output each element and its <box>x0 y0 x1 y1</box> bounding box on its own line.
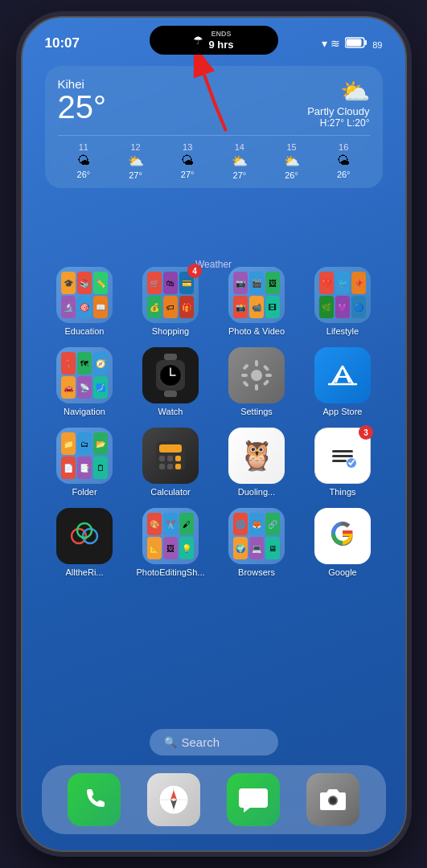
svg-rect-28 <box>175 456 181 461</box>
app-icon-google <box>314 508 371 564</box>
app-item-browsers[interactable]: 🌐 🦊 🔗 🌍 💻 🖥 Browsers <box>217 508 297 577</box>
svg-rect-30 <box>167 464 173 469</box>
app-label-browsers: Browsers <box>238 567 275 577</box>
app-label-shopping: Shopping <box>152 326 190 336</box>
app-label-navigation: Navigation <box>64 407 105 416</box>
app-icon-shopping: 4 🛒 🛍 💳 💰 🏷 🎁 <box>142 267 199 323</box>
svg-rect-18 <box>242 380 248 387</box>
phone-shell: 10:07 ▾ ≋ 89 ☂ ENDS 9 hrs <box>21 16 407 852</box>
svg-rect-12 <box>255 360 258 366</box>
app-icon-education: 🎓 📚 ✏️ 🔬 🎯 📖 <box>56 267 113 323</box>
svg-rect-2 <box>347 39 362 46</box>
svg-point-49 <box>330 797 336 804</box>
svg-rect-31 <box>175 464 181 469</box>
app-item-education[interactable]: 🎓 📚 ✏️ 🔬 🎯 📖 Education <box>45 267 125 336</box>
app-item-google[interactable]: Google <box>303 508 383 577</box>
app-icon-duolingo: 🦉 <box>228 428 285 484</box>
forecast-day-16: 16 🌤 26° <box>318 142 370 180</box>
svg-rect-33 <box>332 450 353 452</box>
dock-item-camera[interactable] <box>306 773 359 826</box>
dock-item-messages[interactable] <box>227 773 280 826</box>
forecast-day-13: 13 🌤 27° <box>162 142 214 180</box>
search-icon: 🔍 <box>164 736 177 748</box>
status-time: 10:07 <box>45 35 80 51</box>
weather-hilo: H:27° L:20° <box>307 117 369 129</box>
battery-icon: 89 <box>345 37 382 51</box>
app-item-folder[interactable]: 📁 🗂 📂 📄 📑 🗒 Folder <box>45 428 125 497</box>
svg-rect-1 <box>365 40 367 45</box>
svg-rect-34 <box>332 455 353 457</box>
search-text: Search <box>182 735 220 749</box>
app-icon-photo-editing: 🎨 ✂️ 🖌 📐 🖼 💡 <box>142 508 199 564</box>
app-label-education: Education <box>65 326 105 336</box>
forecast-day-14: 14 ⛅ 27° <box>214 142 266 180</box>
app-label-app-store: App Store <box>323 407 363 416</box>
app-label-lifestyle: Lifestyle <box>326 326 359 336</box>
app-icon-calculator <box>142 428 199 484</box>
svg-rect-19 <box>263 379 269 386</box>
app-label-watch: Watch <box>158 407 183 416</box>
app-label-settings: Settings <box>240 407 273 416</box>
svg-rect-4 <box>164 354 177 360</box>
svg-rect-13 <box>255 384 258 391</box>
app-label-folder: Folder <box>72 487 96 497</box>
app-item-duolingo[interactable]: 🦉 Duoling... <box>217 428 297 497</box>
app-icon-navigation: 📍 🗺 🧭 🚗 📡 🗾 <box>56 347 113 403</box>
wifi-icon: ▾ ≋ <box>322 37 340 50</box>
umbrella-icon: ☂ <box>193 34 203 47</box>
weather-widget[interactable]: Kihei 25° ⛅ Partly Cloudy H:27° L:20° 11… <box>45 66 383 188</box>
app-item-settings[interactable]: Settings <box>217 347 297 416</box>
status-right: ▾ ≋ 89 <box>322 37 382 51</box>
app-icon-browsers: 🌐 🦊 🔗 🌍 💻 🖥 <box>228 508 285 564</box>
app-item-photo-editing[interactable]: 🎨 ✂️ 🖌 📐 🖼 💡 PhotoEditingSh... <box>131 508 211 577</box>
app-item-lifestyle[interactable]: ❤️ 🐦 📌 🌿 💜 🔵 Lifestyle <box>303 267 383 336</box>
svg-rect-15 <box>265 374 272 377</box>
app-icon-photo-video: 📷 🎬 🖼 📸 📹 🎞 <box>228 267 285 323</box>
app-item-photo-video[interactable]: 📷 🎬 🖼 📸 📹 🎞 Photo & Video <box>217 267 297 336</box>
app-item-alltheri[interactable]: AlltheRi... <box>45 508 125 577</box>
app-label-google: Google <box>328 567 356 577</box>
dynamic-island[interactable]: ☂ ENDS 9 hrs <box>150 26 278 55</box>
app-label-photo-video: Photo & Video <box>228 326 285 336</box>
app-icon-lifestyle: ❤️ 🐦 📌 🌿 💜 🔵 <box>314 267 371 323</box>
di-ends-label: ENDS 9 hrs <box>208 30 233 51</box>
svg-point-11 <box>251 370 262 381</box>
app-label-duolingo: Duoling... <box>238 487 275 497</box>
svg-rect-29 <box>159 464 165 469</box>
dock-item-safari[interactable] <box>147 773 200 826</box>
svg-rect-27 <box>167 456 173 461</box>
app-icon-settings <box>228 347 285 403</box>
education-folder-grid: 🎓 📚 ✏️ 🔬 🎯 📖 <box>56 267 113 323</box>
app-icon-app-store: A <box>314 347 371 403</box>
svg-rect-35 <box>332 460 347 462</box>
app-item-watch[interactable]: Watch <box>131 347 211 416</box>
svg-rect-16 <box>242 363 248 370</box>
app-item-app-store[interactable]: A App Store <box>303 347 383 416</box>
svg-rect-14 <box>241 374 248 377</box>
weather-forecast: 11 🌤 26° 12 ⛅ 27° 13 🌤 27° 14 ⛅ 27° 15 <box>58 135 370 180</box>
app-icon-watch <box>142 347 199 403</box>
app-icon-folder: 📁 🗂 📂 📄 📑 🗒 <box>56 428 113 484</box>
app-icon-alltheri <box>56 508 113 564</box>
search-bar[interactable]: 🔍 Search <box>150 729 278 755</box>
app-item-calculator[interactable]: Calculator <box>131 428 211 497</box>
app-item-shopping[interactable]: 4 🛒 🛍 💳 💰 🏷 🎁 Shopping <box>131 267 211 336</box>
weather-condition: Partly Cloudy <box>307 105 369 117</box>
forecast-day-15: 15 ⛅ 26° <box>265 142 318 180</box>
svg-rect-17 <box>263 365 269 371</box>
app-grid: 🎓 📚 ✏️ 🔬 🎯 📖 Education 4 🛒 🛍 💳 💰 � <box>45 267 383 577</box>
app-item-navigation[interactable]: 📍 🗺 🧭 🚗 📡 🗾 Navigation <box>45 347 125 416</box>
weather-temp: 25° <box>58 91 107 123</box>
app-item-things[interactable]: 3 Things <box>303 428 383 497</box>
dock-item-phone[interactable] <box>68 773 121 826</box>
app-label-things: Things <box>329 487 355 497</box>
things-badge: 3 <box>359 425 373 440</box>
app-label-calculator: Calculator <box>150 487 191 497</box>
svg-rect-25 <box>159 444 182 452</box>
app-label-alltheri: AlltheRi... <box>65 567 103 577</box>
dock <box>42 765 386 834</box>
shopping-badge: 4 <box>187 264 202 278</box>
weather-condition-icon: ⛅ <box>307 77 369 105</box>
svg-rect-5 <box>164 391 177 397</box>
app-label-photo-editing: PhotoEditingSh... <box>136 567 204 577</box>
